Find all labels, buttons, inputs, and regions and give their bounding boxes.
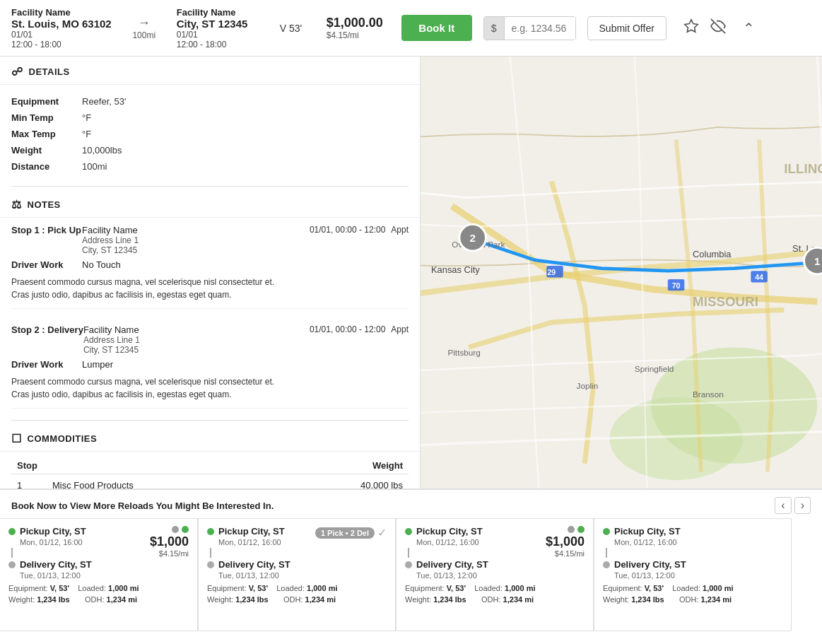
detail-label-maxtemp: Max Temp xyxy=(11,129,82,139)
card-pickup-city: Pickup City, ST xyxy=(614,526,681,537)
pickup-dot xyxy=(207,528,214,535)
commodities-table: Stop Weight 1 Misc Food Products 40,000 … xyxy=(11,457,409,488)
stop-1-label: Stop 1 : Pick Up xyxy=(11,225,82,235)
arrow-icon: → xyxy=(138,16,151,30)
stop-2-note-line2: Cras justo odio, dapibus ac facilisis in… xyxy=(11,388,409,401)
offer-input-wrap: $ xyxy=(483,16,576,40)
card-delivery-date: Tue, 01/13, 12:00 xyxy=(614,571,782,580)
svg-text:29: 29 xyxy=(547,268,556,276)
stop-1-address1: Address Line 1 xyxy=(82,235,310,245)
notes-icon: ⚖ xyxy=(11,198,22,211)
stop-1-facility: Facility Name Address Line 1 City, ST 12… xyxy=(82,225,310,255)
reloads-nav: ‹ › xyxy=(775,497,811,514)
pickup-dot xyxy=(603,528,610,535)
table-row: 1 Misc Food Products 40,000 lbs xyxy=(11,474,409,489)
route-line xyxy=(11,548,13,558)
card-badge: 1 Pick • 2 Del ✓ xyxy=(315,526,387,539)
stop-1-note-line1: Praesent commodo cursus magna, vel scele… xyxy=(11,276,409,288)
delivery-dot xyxy=(603,561,610,568)
favorite-button[interactable] xyxy=(681,16,702,40)
load-rate: $4.15/mi xyxy=(327,30,390,40)
reloads-prev-button[interactable]: ‹ xyxy=(775,497,791,514)
hide-button[interactable] xyxy=(707,16,729,40)
detail-value-maxtemp: °F xyxy=(82,129,91,139)
price-block: $1,000.00 $4.15/mi xyxy=(327,16,390,40)
card-rate: $4.15/mi xyxy=(546,549,585,558)
card-delivery-city: Delivery City, ST xyxy=(614,559,686,570)
detail-value-mintemp: °F xyxy=(82,112,91,123)
stop-1-note-line2: Cras justo odio, dapibus ac facilisis in… xyxy=(11,288,409,301)
notes-section: Stop 1 : Pick Up Facility Name Address L… xyxy=(0,218,420,417)
origin-city: St. Louis, MO 63102 xyxy=(11,18,112,30)
svg-text:Springfield: Springfield xyxy=(635,365,674,374)
card-price-badge: $1,000 $4.15/mi xyxy=(546,526,585,558)
detail-row-mintemp: Min Temp °F xyxy=(11,110,409,126)
details-section-header: ☍ DETAILS xyxy=(0,57,420,85)
stop-2-block: Stop 2 : Delivery Facility Name Address … xyxy=(11,317,409,409)
details-label: DETAILS xyxy=(29,66,70,77)
collapse-button[interactable]: ⌃ xyxy=(740,17,758,40)
card-delivery-row: Delivery City, ST xyxy=(603,559,782,570)
detail-label-weight: Weight xyxy=(11,145,82,156)
card-price: $1,000 xyxy=(150,534,189,549)
origin-date: 01/01 xyxy=(11,30,112,40)
stop-1-driver-value: No Touch xyxy=(82,259,121,270)
stop-1-driver-row: Driver Work No Touch xyxy=(11,259,409,270)
offer-input[interactable] xyxy=(505,17,575,40)
card-weight-row: Weight: 1,234 lbs ODH: 1,234 mi xyxy=(207,595,387,604)
detail-row-equipment: Equipment Reefer, 53' xyxy=(11,93,409,110)
detail-value-weight: 10,000lbs xyxy=(82,145,122,156)
commodities-section-header: ☐ COMMODITIES xyxy=(0,423,420,452)
list-item[interactable]: $1,000 $4.15/mi Pickup City, ST Mon, 01/… xyxy=(396,518,594,631)
reloads-next-button[interactable]: › xyxy=(794,497,811,514)
dest-city: City, ST 12345 xyxy=(177,18,269,30)
book-it-button[interactable]: Book It xyxy=(401,15,472,41)
card-weight: 1,234 lbs xyxy=(433,595,466,604)
stop-1-address2: City, ST 12345 xyxy=(82,245,310,255)
card-delivery-row: Delivery City, ST xyxy=(207,559,387,570)
list-item[interactable]: Pickup City, ST Mon, 01/12, 16:00 Delive… xyxy=(594,518,792,631)
card-weight: 1,234 lbs xyxy=(631,595,664,604)
submit-offer-button[interactable]: Submit Offer xyxy=(587,16,667,40)
svg-text:ILLINOIS: ILLINOIS xyxy=(784,161,822,176)
stop-2-label: Stop 2 : Delivery xyxy=(11,324,83,335)
detail-row-distance: Distance 100mi xyxy=(11,158,409,175)
commodities-icon: ☐ xyxy=(11,432,22,445)
card-delivery-row: Delivery City, ST xyxy=(405,559,585,570)
card-weight-row: Weight: 1,234 lbs ODH: 1,234 mi xyxy=(405,595,585,604)
card-delivery-date: Tue, 01/13, 12:00 xyxy=(20,571,189,580)
card-equipment-row: Equipment: V, 53' Loaded: 1,000 mi xyxy=(207,584,387,592)
list-item[interactable]: 1 Pick • 2 Del ✓ Pickup City, ST Mon, 01… xyxy=(198,518,396,631)
reloads-cards: $1,000 $4.15/mi Pickup City, ST Mon, 01/… xyxy=(0,518,822,631)
stop-2-note-line1: Praesent commodo cursus magna, vel scele… xyxy=(11,375,409,388)
svg-text:1: 1 xyxy=(814,255,821,267)
col-header-weight: Weight xyxy=(276,457,409,474)
svg-text:Kansas City: Kansas City xyxy=(431,264,480,275)
stop-2-address1: Address Line 1 xyxy=(83,335,310,345)
dest-date: 01/01 xyxy=(177,30,269,40)
dest-time: 12:00 - 18:00 xyxy=(177,40,269,49)
route-distance: 100mi xyxy=(132,30,155,40)
route-line xyxy=(210,548,211,558)
card-odh: 1,234 mi xyxy=(305,595,336,604)
dest-facility: Facility Name xyxy=(177,7,269,18)
header-bar: Facility Name St. Louis, MO 63102 01/01 … xyxy=(0,0,822,57)
load-price: $1,000.00 xyxy=(327,16,390,30)
detail-label-distance: Distance xyxy=(11,161,82,172)
card-pickup-city: Pickup City, ST xyxy=(20,526,86,537)
reloads-section: Book Now to View More Reloads You Might … xyxy=(0,488,822,644)
card-weight-row: Weight: 1,234 lbs ODH: 1,234 mi xyxy=(603,595,782,604)
map-panel: ILLINOIS MISSOURI Kansas City St. Louis … xyxy=(421,57,822,488)
detail-row-weight: Weight 10,000lbs xyxy=(11,142,409,158)
list-item[interactable]: $1,000 $4.15/mi Pickup City, ST Mon, 01/… xyxy=(0,518,198,631)
stop-2-note: Praesent commodo cursus magna, vel scele… xyxy=(11,375,409,401)
stop-1-note: Praesent commodo cursus magna, vel scele… xyxy=(11,276,409,301)
map-svg: ILLINOIS MISSOURI Kansas City St. Louis … xyxy=(421,57,822,488)
svg-text:44: 44 xyxy=(755,273,763,281)
destination-block: Facility Name City, ST 12345 01/01 12:00… xyxy=(177,7,269,49)
col-header-stop: Stop xyxy=(11,457,47,474)
route-line xyxy=(606,548,607,558)
left-panel: ☍ DETAILS Equipment Reefer, 53' Min Temp… xyxy=(0,57,421,488)
card-equipment: V, 53' xyxy=(447,584,466,592)
card-weight: 1,234 lbs xyxy=(37,595,69,604)
